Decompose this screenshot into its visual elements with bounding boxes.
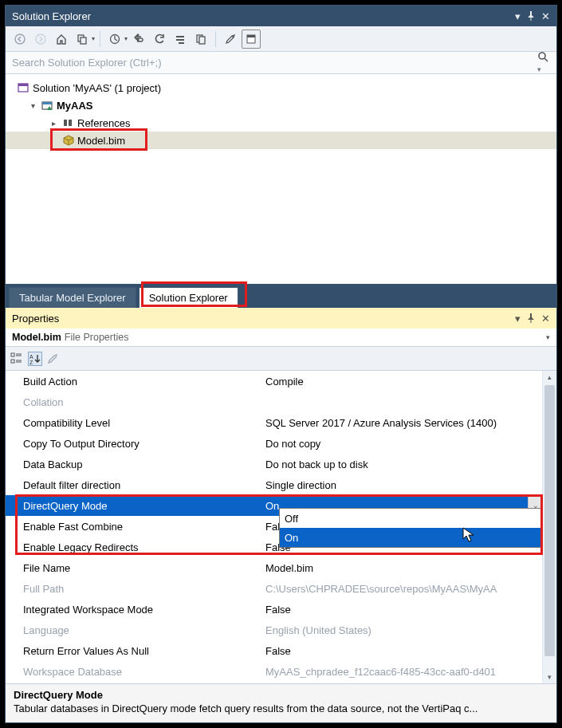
home-button[interactable] <box>52 30 71 49</box>
tab-solution-explorer[interactable]: Solution Explorer <box>139 287 238 308</box>
show-all-files-button[interactable] <box>191 30 210 49</box>
caret-down-icon[interactable]: ▾ <box>31 101 41 110</box>
property-value[interactable]: Compile <box>261 376 556 388</box>
svg-rect-5 <box>176 36 184 37</box>
property-name: File Name <box>6 562 261 574</box>
property-row[interactable]: Integrated Workspace ModeFalse <box>6 599 556 620</box>
search-placeholder: Search Solution Explorer (Ctrl+;) <box>12 57 162 69</box>
property-description: DirectQuery Mode Tabular databases in Di… <box>6 683 556 722</box>
dropdown-panel: Off On <box>279 508 542 548</box>
svg-point-1 <box>36 34 45 44</box>
property-description-text: Tabular databases in DirectQuery mode fe… <box>14 702 548 714</box>
properties-titlebar: Properties ▾ ✕ <box>6 308 556 329</box>
pending-changes-button[interactable] <box>105 30 124 49</box>
property-value[interactable]: Do not copy <box>261 438 556 450</box>
window-position-icon[interactable]: ▾ <box>515 10 521 22</box>
tree-model-node[interactable]: Model.bim <box>6 132 556 149</box>
properties-subject: Model.bim <box>12 332 61 343</box>
property-row[interactable]: Collation <box>6 392 556 412</box>
property-value[interactable]: C:\Users\CHPRADEE\source\repos\MyAAS\MyA… <box>261 583 556 595</box>
property-row[interactable]: Default filter directionSingle direction <box>6 474 556 495</box>
property-row[interactable]: File NameModel.bim <box>6 557 556 578</box>
search-icon[interactable]: ▾ <box>537 51 550 74</box>
tree-references-label: References <box>76 117 132 129</box>
property-row[interactable]: Copy To Output DirectoryDo not copy <box>6 433 556 454</box>
preview-button[interactable] <box>242 30 261 49</box>
categorized-button[interactable] <box>10 352 23 365</box>
close-icon[interactable]: ✕ <box>541 313 550 325</box>
nav-back-button[interactable] <box>10 30 29 49</box>
svg-rect-19 <box>69 120 72 126</box>
svg-rect-17 <box>42 102 52 104</box>
property-row[interactable]: Full PathC:\Users\CHPRADEE\source\repos\… <box>6 578 556 599</box>
property-name: Compatibility Level <box>6 417 261 429</box>
property-row[interactable]: Data BackupDo not back up to disk <box>6 454 556 474</box>
properties-title: Properties <box>12 313 59 325</box>
property-value[interactable]: False <box>261 645 556 657</box>
property-description-title: DirectQuery Mode <box>14 689 548 701</box>
property-row[interactable]: LanguageEnglish (United States) <box>6 620 556 640</box>
properties-button[interactable] <box>221 30 240 49</box>
model-file-icon <box>61 135 76 146</box>
property-row[interactable]: Compatibility LevelSQL Server 2017 / Azu… <box>6 412 556 433</box>
alphabetical-button[interactable]: AZ <box>28 352 42 366</box>
property-pages-button[interactable] <box>47 353 58 364</box>
refresh-button[interactable] <box>150 30 169 49</box>
svg-rect-9 <box>199 37 205 44</box>
sync-view-button[interactable] <box>73 30 92 49</box>
solution-explorer-titlebar: Solution Explorer ▾ ✕ <box>6 6 556 26</box>
collapse-all-button[interactable] <box>171 30 190 49</box>
pin-icon[interactable] <box>527 11 535 21</box>
property-row[interactable]: Workspace DatabaseMyAAS_chpradee_f12caac… <box>6 661 556 682</box>
close-icon[interactable]: ✕ <box>541 10 550 22</box>
svg-rect-18 <box>64 120 67 126</box>
tree-solution-node[interactable]: Solution 'MyAAS' (1 project) <box>6 79 556 96</box>
scroll-up-icon[interactable]: ▴ <box>543 371 556 384</box>
svg-rect-21 <box>11 360 14 363</box>
solution-tree[interactable]: Solution 'MyAAS' (1 project) ▾ MyAAS ▸ R… <box>6 74 556 284</box>
scroll-down-icon[interactable]: ▾ <box>543 671 556 683</box>
svg-rect-6 <box>176 39 184 41</box>
property-grid[interactable]: Build ActionCompileCollationCompatibilit… <box>6 371 556 683</box>
property-name: Enable Fast Combine <box>6 521 261 533</box>
svg-text:Z: Z <box>29 360 33 365</box>
pin-icon[interactable] <box>527 313 535 323</box>
property-name: Copy To Output Directory <box>6 438 261 450</box>
caret-right-icon[interactable]: ▸ <box>52 119 61 128</box>
solution-icon <box>17 82 31 93</box>
properties-subject-kind: File Properties <box>65 332 129 343</box>
chevron-down-icon[interactable]: ▾ <box>124 35 128 42</box>
property-value[interactable]: False <box>261 604 556 616</box>
panel-tabs: Tabular Model Explorer Solution Explorer <box>6 284 556 308</box>
property-value[interactable]: Do not back up to disk <box>261 458 556 470</box>
tab-tabular-explorer[interactable]: Tabular Model Explorer <box>9 287 136 308</box>
svg-point-0 <box>15 34 25 44</box>
property-value[interactable]: English (United States) <box>261 624 556 636</box>
dropdown-option-off[interactable]: Off <box>280 509 541 528</box>
property-value[interactable]: MyAAS_chpradee_f12caac6-f485-43cc-aaf0-d… <box>261 666 556 678</box>
property-value[interactable]: SQL Server 2017 / Azure Analysis Service… <box>261 417 556 429</box>
scrollbar[interactable]: ▴ ▾ <box>542 371 556 683</box>
tree-model-label: Model.bim <box>76 135 127 147</box>
property-value[interactable]: Single direction <box>261 479 556 491</box>
property-row[interactable]: Return Error Values As NullFalse <box>6 640 556 661</box>
chevron-down-icon[interactable]: ▾ <box>92 35 95 42</box>
nav-forward-button[interactable] <box>31 30 50 49</box>
chevron-down-icon[interactable]: ▾ <box>546 333 550 341</box>
property-name: Build Action <box>6 376 261 388</box>
tree-references-node[interactable]: ▸ References <box>6 114 556 132</box>
scroll-thumb[interactable] <box>544 385 555 656</box>
dropdown-option-on[interactable]: On <box>280 528 541 547</box>
window-position-icon[interactable]: ▾ <box>515 313 521 325</box>
search-row[interactable]: Search Solution Explorer (Ctrl+;) ▾ <box>6 52 556 74</box>
tree-project-node[interactable]: ▾ MyAAS <box>6 96 556 114</box>
undo-button[interactable] <box>129 30 148 49</box>
properties-subject-row[interactable]: Model.bim File Properties ▾ <box>6 329 556 347</box>
svg-rect-3 <box>81 37 86 44</box>
property-name: Full Path <box>6 583 261 595</box>
property-row[interactable]: Build ActionCompile <box>6 371 556 392</box>
property-value[interactable]: Model.bim <box>261 562 556 574</box>
properties-toolbar: AZ <box>6 347 556 371</box>
tree-project-label: MyAAS <box>55 100 95 112</box>
svg-rect-15 <box>18 84 28 86</box>
